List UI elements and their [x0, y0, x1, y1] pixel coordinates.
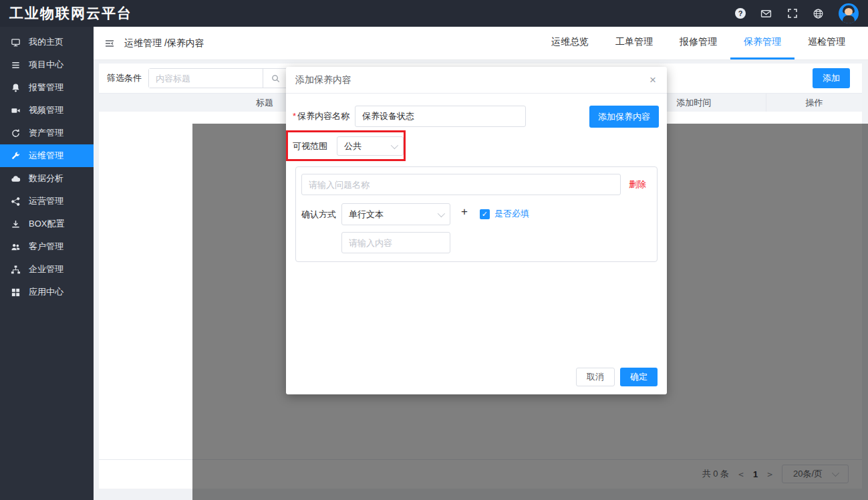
fullscreen-icon[interactable] — [786, 8, 798, 19]
dialog-body: *保养内容名称 添加保养内容 可视范围 公共 删除 确认方式 单行文本 — [286, 94, 667, 262]
add-question-icon[interactable]: + — [461, 206, 468, 217]
list-icon — [11, 60, 21, 70]
question-name-row: 删除 — [301, 174, 650, 195]
grid-icon — [11, 287, 21, 297]
scope-label: 可视范围 — [293, 140, 327, 152]
sidebar-item-projects[interactable]: 项目中心 — [0, 53, 94, 76]
filter-label: 筛选条件 — [107, 72, 142, 84]
share-icon — [11, 197, 21, 207]
cancel-button[interactable]: 取消 — [576, 368, 615, 386]
sidebar-item-customers[interactable]: 客户管理 — [0, 235, 94, 258]
tab-repair[interactable]: 报修管理 — [666, 27, 730, 59]
checkbox-checked-icon[interactable]: ✓ — [480, 209, 490, 219]
search-icon — [271, 74, 281, 84]
wrench-icon — [11, 151, 21, 161]
tab-work-orders[interactable]: 工单管理 — [602, 27, 666, 59]
scope-select[interactable]: 公共 — [337, 136, 404, 156]
name-label: *保养内容名称 — [293, 110, 349, 122]
tab-inspection[interactable]: 巡检管理 — [794, 27, 859, 59]
delete-question-link[interactable]: 删除 — [629, 178, 646, 191]
dialog-header: 添加保养内容 × — [286, 67, 667, 94]
question-name-input[interactable] — [301, 174, 621, 195]
required-mark: * — [293, 111, 296, 121]
collapse-menu-icon[interactable] — [104, 38, 115, 49]
users-icon — [11, 242, 21, 252]
bell-icon — [11, 83, 21, 93]
sidebar-item-ops[interactable]: 运维管理 — [0, 144, 94, 167]
sidebar-item-assets[interactable]: 资产管理 — [0, 122, 94, 144]
recycle-icon — [11, 128, 21, 138]
sidebar-item-apps[interactable]: 应用中心 — [0, 281, 94, 303]
maintenance-name-input[interactable] — [355, 106, 526, 127]
avatar-body — [843, 15, 855, 23]
add-maintenance-dialog: 添加保养内容 × *保养内容名称 添加保养内容 可视范围 公共 删除 确认方式 — [286, 67, 667, 394]
sidebar-item-enterprise[interactable]: 企业管理 — [0, 258, 94, 281]
avatar-face — [845, 8, 853, 15]
close-icon[interactable]: × — [649, 74, 656, 86]
top-tabs: 运维总览 工单管理 报修管理 保养管理 巡检管理 — [538, 27, 868, 59]
sidebar-item-video[interactable]: 视频管理 — [0, 99, 94, 122]
ok-button[interactable]: 确定 — [620, 368, 658, 386]
add-button[interactable]: 添加 — [813, 68, 850, 88]
tab-maintenance[interactable]: 保养管理 — [730, 27, 794, 59]
name-form-row: *保养内容名称 添加保养内容 — [293, 106, 659, 127]
sidebar-item-analytics[interactable]: 数据分析 — [0, 167, 94, 190]
breadcrumb: 运维管理 /保养内容 — [124, 37, 204, 49]
search-button[interactable] — [263, 69, 288, 88]
user-avatar[interactable] — [839, 3, 859, 23]
add-maintenance-content-button[interactable]: 添加保养内容 — [589, 106, 659, 128]
chevron-down-icon — [391, 141, 398, 148]
help-icon[interactable]: ? — [735, 8, 746, 19]
globe-icon[interactable] — [813, 8, 824, 19]
sitemap-icon — [11, 265, 21, 275]
chevron-down-icon — [438, 209, 445, 217]
header-actions: ? — [735, 3, 868, 23]
confirm-method-select[interactable]: 单行文本 — [341, 203, 450, 225]
required-checkbox-label: 是否必填 — [494, 208, 529, 220]
question-content-input[interactable] — [341, 232, 450, 253]
question-group: 删除 确认方式 单行文本 + ✓ 是否必填 — [295, 166, 658, 262]
sidebar-item-alarm[interactable]: 报警管理 — [0, 76, 94, 99]
app-title: 工业物联网云平台 — [0, 4, 132, 23]
required-checkbox-wrap[interactable]: ✓ 是否必填 — [480, 208, 529, 220]
dialog-footer: 取消 确定 — [576, 368, 658, 386]
confirm-column: 单行文本 — [341, 203, 450, 253]
confirm-row: 确认方式 单行文本 + ✓ 是否必填 — [301, 203, 650, 253]
dialog-title: 添加保养内容 — [295, 74, 351, 86]
download-icon — [11, 219, 21, 229]
sidebar-nav: 我的主页 项目中心 报警管理 视频管理 资产管理 运维管理 数据分析 运营管理 … — [0, 27, 94, 500]
video-icon — [11, 106, 21, 116]
monitor-icon — [11, 37, 21, 47]
sidebar-item-operation[interactable]: 运营管理 — [0, 190, 94, 213]
sidebar-item-home[interactable]: 我的主页 — [0, 31, 94, 53]
app-header: 工业物联网云平台 ? — [0, 0, 868, 27]
secondary-bar: 运维管理 /保养内容 运维总览 工单管理 报修管理 保养管理 巡检管理 — [94, 27, 868, 60]
confirm-method-label: 确认方式 — [301, 209, 336, 221]
scope-form-row: 可视范围 公共 — [293, 136, 659, 156]
search-box — [148, 68, 289, 88]
search-input[interactable] — [149, 69, 263, 88]
sidebar-item-box-config[interactable]: BOX配置 — [0, 213, 94, 235]
table-header-actions: 操作 — [766, 94, 862, 112]
cloud-chart-icon — [11, 174, 21, 184]
mail-icon[interactable] — [760, 8, 772, 19]
tab-ops-overview[interactable]: 运维总览 — [538, 27, 602, 59]
